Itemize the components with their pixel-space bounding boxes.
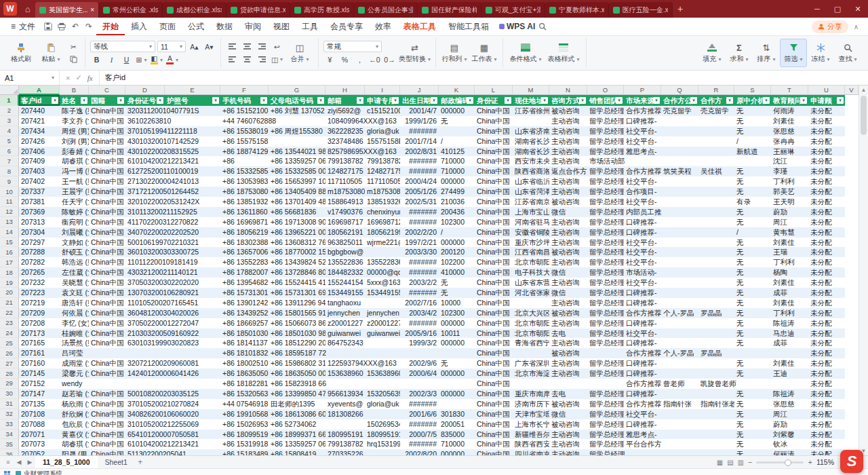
- filter-dropdown-icon[interactable]: ▾: [837, 97, 844, 104]
- row-number[interactable]: 29: [0, 379, 19, 389]
- cell[interactable]: 2002/2/20: [400, 227, 439, 238]
- zoom-level[interactable]: 115%: [816, 458, 834, 466]
- cell[interactable]: China中国: [475, 348, 513, 358]
- cell[interactable]: 文静如 (女: [60, 238, 89, 248]
- cell[interactable]: 未分配: [808, 217, 845, 227]
- cell[interactable]: 362228235: [326, 126, 365, 136]
- cell[interactable]: [771, 379, 808, 389]
- cell[interactable]: +86 18669257: [220, 318, 269, 328]
- cell[interactable]: +86 15801565 91: [269, 308, 326, 318]
- cell[interactable]: [89, 379, 125, 389]
- cell[interactable]: 无: [734, 267, 771, 278]
- cell[interactable]: China中国: [89, 227, 125, 238]
- cell[interactable]: China中国: [89, 449, 125, 455]
- cell[interactable]: [365, 116, 400, 126]
- cell[interactable]: [165, 399, 220, 409]
- cell[interactable]: 210303200509160922: [125, 328, 165, 339]
- row-number[interactable]: 3: [0, 116, 19, 126]
- cell[interactable]: +86 56681836: [269, 207, 326, 217]
- cell[interactable]: [400, 379, 439, 389]
- cell[interactable]: 周江: [771, 409, 808, 419]
- cell[interactable]: 主动咨询: [549, 338, 587, 348]
- cell[interactable]: #######: [400, 267, 439, 278]
- cell[interactable]: 王丽琳: [771, 147, 808, 157]
- cell[interactable]: 2002/8/20: [400, 449, 439, 455]
- scroll-up-icon[interactable]: ▲: [859, 87, 868, 93]
- cell[interactable]: 主动咨询: [549, 126, 587, 136]
- cell[interactable]: 个人-罗晶: [661, 348, 698, 358]
- cell[interactable]: [624, 449, 661, 455]
- cell[interactable]: 指南针张: [661, 399, 698, 409]
- menu-tab-开始[interactable]: 开始: [96, 18, 125, 35]
- cell[interactable]: China中国: [475, 288, 513, 298]
- cell[interactable]: [698, 368, 734, 379]
- cell[interactable]: 无: [734, 176, 771, 187]
- cell[interactable]: [549, 379, 587, 389]
- column-header-cell[interactable]: 姓名▾: [60, 95, 89, 106]
- cell[interactable]: +86 15986802 31: [269, 358, 326, 368]
- cell[interactable]: [165, 348, 220, 358]
- save-icon[interactable]: [42, 20, 54, 33]
- cell[interactable]: 180562199: [365, 227, 400, 238]
- cell[interactable]: 韩浩远 (男: [60, 257, 89, 267]
- cell[interactable]: 留学总经理: [587, 439, 624, 449]
- cell[interactable]: [661, 358, 698, 368]
- cell[interactable]: [326, 348, 365, 358]
- cell[interactable]: 未分配: [808, 166, 845, 176]
- cell[interactable]: 平台合作方: [624, 439, 661, 449]
- cell[interactable]: 无: [439, 358, 475, 368]
- row-number[interactable]: 12: [0, 207, 19, 217]
- cell[interactable]: 社交平台-: [624, 328, 661, 339]
- cell[interactable]: [165, 430, 220, 440]
- cell[interactable]: [165, 278, 220, 288]
- cell[interactable]: 108409964XXX@163: [326, 116, 365, 126]
- cell[interactable]: 未分配: [808, 368, 845, 379]
- cell[interactable]: 合作方推荐: [624, 166, 661, 176]
- cell[interactable]: [439, 399, 475, 409]
- cell[interactable]: 主动咨询: [549, 358, 587, 368]
- filter-dropdown-icon[interactable]: ▾: [726, 97, 733, 104]
- cell[interactable]: 沈江: [771, 156, 808, 166]
- cell[interactable]: 未分配: [808, 126, 845, 136]
- currency-icon[interactable]: ¥: [323, 54, 336, 65]
- cell[interactable]: 凯旋曾老师: [698, 379, 734, 389]
- cell[interactable]: China中国: [475, 338, 513, 348]
- row-number[interactable]: 5: [0, 136, 19, 147]
- cell[interactable]: 153449155: [326, 288, 365, 298]
- cell[interactable]: [587, 379, 624, 389]
- wps-promo-logo[interactable]: S: [840, 450, 863, 473]
- cell[interactable]: China中国: [475, 238, 513, 248]
- cell[interactable]: 微信: [549, 409, 587, 419]
- cell[interactable]: China中国: [475, 368, 513, 379]
- normal-view-icon[interactable]: ▦: [717, 459, 723, 466]
- cell[interactable]: 张思慈: [771, 399, 808, 409]
- cell[interactable]: China中国: [89, 176, 125, 187]
- cell[interactable]: 郭美艺: [771, 187, 808, 197]
- cell[interactable]: 未分配: [808, 278, 845, 288]
- cell[interactable]: 207209: [19, 308, 60, 318]
- cell[interactable]: 北京市朝阳: [513, 328, 549, 339]
- cell[interactable]: [165, 187, 220, 197]
- bold-button[interactable]: B: [90, 54, 103, 65]
- cell[interactable]: 2001/6/6: [400, 409, 439, 419]
- cell[interactable]: [365, 358, 400, 368]
- cell[interactable]: +86 13728846 80: [269, 267, 326, 278]
- cell[interactable]: 北京市海淀: [513, 368, 549, 379]
- cell[interactable]: China中国: [89, 207, 125, 217]
- cell[interactable]: c151521001: [365, 106, 400, 116]
- document-tab[interactable]: 宁夏教师样本.xlsx: [545, 2, 609, 18]
- cell[interactable]: [698, 187, 734, 197]
- cell[interactable]: China中国: [475, 439, 513, 449]
- cell[interactable]: +86 13954682: [220, 278, 269, 288]
- cell[interactable]: [661, 176, 698, 187]
- cell[interactable]: 无: [734, 430, 771, 440]
- cell[interactable]: +86 刘慧 137052: [269, 106, 326, 116]
- cell[interactable]: 何雨涛: [771, 106, 808, 116]
- cell[interactable]: 胡睿琪 (女: [60, 439, 89, 449]
- cell[interactable]: [165, 106, 220, 116]
- cell[interactable]: 微信: [549, 207, 587, 217]
- cell[interactable]: 000000: [439, 338, 475, 348]
- cell[interactable]: +86 16969871: [220, 217, 269, 227]
- search-icon[interactable]: [536, 20, 549, 33]
- cell[interactable]: 江西省南昌: [513, 247, 549, 257]
